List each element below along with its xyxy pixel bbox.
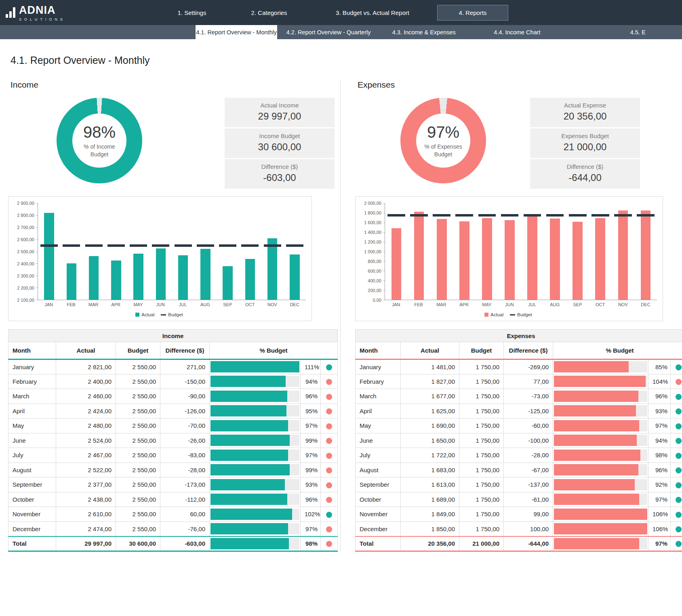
data-bar-fill — [210, 420, 288, 431]
status-dot-icon — [326, 453, 332, 459]
subtab-report-overview-monthly[interactable]: 4.1. Report Overview - Monthly — [196, 25, 277, 39]
data-bar-track — [210, 435, 299, 446]
subtab-truncated[interactable]: 4.5. E — [594, 25, 682, 39]
actual-bar — [595, 218, 605, 300]
table-total-row: Total29 997,0030 600,00-603,0098% — [8, 536, 338, 551]
difference-cell: 99,00 — [504, 507, 553, 522]
percent-budget-bar-cell — [553, 418, 648, 433]
expenses-donut-chart: 97% % of Expenses Budget — [400, 98, 486, 183]
budget-marker — [501, 214, 519, 217]
x-axis-tick-label: OCT — [239, 302, 261, 309]
data-bar-fill — [210, 479, 285, 490]
month-cell: August — [356, 463, 401, 477]
difference-cell: -67,00 — [504, 463, 553, 477]
data-bar-fill — [554, 464, 638, 475]
status-dot-cell — [321, 433, 338, 448]
chart-plot-area: 2 000,001 800,001 600,001 400,001 200,00… — [360, 203, 657, 309]
actual-cell: 1 613,00 — [401, 477, 459, 492]
budget-cell: 1 750,00 — [459, 463, 504, 477]
y-axis-tick-label: 1 800,00 — [364, 210, 381, 215]
percent-cell: 94% — [301, 374, 321, 389]
y-axis-tick-label: 2 600,00 — [17, 237, 34, 242]
y-axis-tick-mark — [383, 213, 385, 213]
subtab-income-expenses[interactable]: 4.3. Income & Expenses — [380, 25, 468, 39]
tab-categories[interactable]: 2. Categories — [230, 5, 308, 20]
budget-marker — [130, 244, 147, 247]
subtab-report-overview-quarterly[interactable]: 4.2. Report Overview - Quarterly — [282, 25, 375, 39]
table-row: August2 522,002 550,00-28,0099% — [8, 463, 338, 477]
actual-cell: 20 356,00 — [401, 536, 459, 551]
data-bar-track — [554, 405, 647, 416]
percent-cell: 98% — [648, 448, 671, 463]
difference-cell: -137,00 — [504, 477, 553, 492]
budget-cell: 1 750,00 — [459, 492, 504, 507]
y-axis-tick-mark — [36, 240, 38, 240]
status-dot-icon — [326, 482, 332, 488]
tab-settings[interactable]: 1. Settings — [154, 5, 230, 20]
column-header: Budget — [116, 342, 160, 360]
actual-bar — [223, 266, 232, 300]
actual-cell: 2 480,00 — [56, 418, 116, 433]
budget-cell: 2 550,00 — [116, 448, 160, 463]
actual-cell: 2 522,00 — [56, 463, 116, 477]
income-stats: Actual Income 29 997,00 Income Budget 30… — [225, 98, 335, 190]
expenses-donut-percent: 97% — [427, 123, 459, 141]
budget-cell: 2 550,00 — [116, 521, 160, 536]
budget-cell: 2 550,00 — [116, 374, 160, 389]
table-row: May2 480,002 550,00-70,0097% — [8, 418, 338, 433]
month-cell: November — [8, 507, 56, 522]
actual-cell: 1 625,00 — [401, 404, 459, 418]
status-dot-icon — [326, 526, 332, 532]
status-dot-cell — [321, 448, 338, 463]
percent-cell: 96% — [301, 492, 321, 507]
data-bar-track — [554, 391, 647, 402]
month-cell: February — [356, 374, 401, 389]
subtab-income-chart[interactable]: 4.4. Income Chart — [473, 25, 562, 39]
difference-cell: 271,00 — [160, 360, 210, 374]
x-axis-tick-label: JUL — [521, 302, 543, 309]
budget-cell: 2 550,00 — [116, 418, 160, 433]
column-header: Actual — [401, 342, 459, 360]
y-axis-tick-mark — [36, 215, 38, 216]
actual-swatch-icon — [135, 313, 139, 317]
status-dot-cell — [671, 463, 682, 477]
table-row: February1 827,001 750,0077,00104% — [356, 374, 682, 389]
percent-cell: 97% — [301, 448, 321, 463]
status-dot-cell — [671, 389, 682, 404]
month-cell: January — [356, 360, 401, 374]
actual-bar — [267, 238, 277, 300]
data-bar-fill — [210, 450, 288, 461]
actual-cell: 1 677,00 — [401, 389, 459, 404]
actual-cell: 2 460,00 — [56, 389, 116, 404]
actual-cell: 2 424,00 — [56, 404, 116, 418]
budget-line-icon — [161, 314, 166, 315]
data-bar-track — [554, 420, 647, 431]
data-bar-fill — [210, 464, 290, 475]
actual-cell: 2 474,00 — [56, 521, 116, 536]
budget-marker — [63, 244, 80, 247]
budget-cell: 2 550,00 — [116, 389, 160, 404]
budget-marker — [410, 214, 428, 217]
budget-cell: 1 750,00 — [459, 404, 504, 418]
y-axis-tick-label: 800,00 — [368, 259, 381, 264]
y-axis-tick-label: 400,00 — [368, 278, 381, 283]
budget-line-icon — [510, 314, 515, 315]
month-cell: March — [8, 389, 56, 404]
difference-cell: -150,00 — [160, 374, 210, 389]
status-dot-icon — [326, 512, 332, 518]
budget-cell: 1 750,00 — [459, 418, 504, 433]
data-bar-fill — [210, 361, 299, 372]
x-axis-tick-label: MAR — [82, 302, 105, 309]
x-axis-tick-label: FEB — [60, 302, 82, 309]
chart-legend: ActualBudget — [360, 309, 657, 320]
y-axis-tick-mark — [36, 275, 38, 276]
actual-bar — [111, 261, 121, 300]
expenses-donut-caption: % of Expenses Budget — [421, 143, 466, 158]
month-cell: July — [356, 448, 401, 463]
tab-budget-vs-actual-report[interactable]: 3. Budget vs. Actual Report — [308, 5, 437, 20]
actual-bar — [459, 221, 469, 300]
tab-reports[interactable]: 4. Reports — [437, 5, 508, 21]
table-row: October1 689,001 750,00-61,0097% — [356, 492, 682, 507]
percent-budget-bar-cell — [210, 374, 301, 389]
budget-cell: 2 550,00 — [116, 507, 160, 522]
